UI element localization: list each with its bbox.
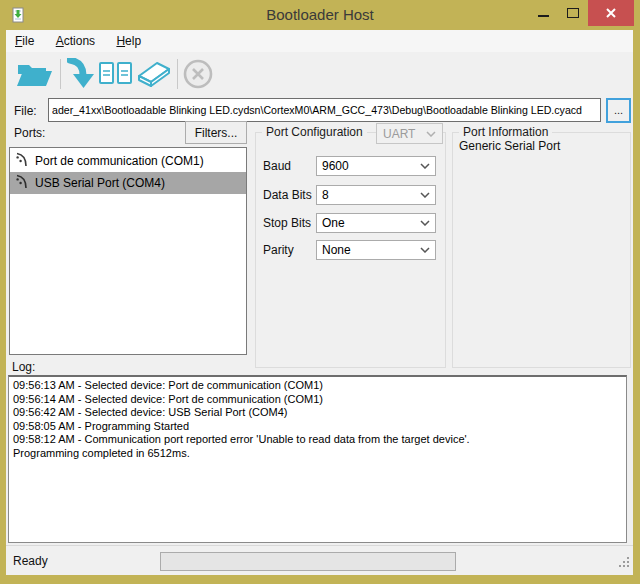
parity-value: None xyxy=(322,243,351,257)
close-button[interactable] xyxy=(588,0,634,26)
erase-button[interactable] xyxy=(135,55,173,93)
port-item-label: USB Serial Port (COM4) xyxy=(35,176,165,190)
status-bar: Ready xyxy=(6,545,633,575)
close-icon xyxy=(605,7,617,19)
port-configuration-title: Port Configuration xyxy=(262,125,367,140)
log-line: 09:58:12 AM - Communication port reporte… xyxy=(13,433,622,447)
stop-bits-value: One xyxy=(322,216,345,230)
port-information-group: Port Information Generic Serial Port xyxy=(452,132,631,368)
baud-value: 9600 xyxy=(322,159,349,173)
serial-port-icon xyxy=(15,174,28,192)
log-line: 09:56:13 AM - Selected device: Port de c… xyxy=(13,379,622,393)
toolbar-separator xyxy=(60,59,61,89)
abort-button xyxy=(180,55,216,93)
documents-icon xyxy=(98,60,134,88)
protocol-value: UART xyxy=(383,127,415,141)
data-bits-label: Data Bits xyxy=(263,185,312,205)
baud-label: Baud xyxy=(263,156,291,176)
minimize-button[interactable] xyxy=(528,0,558,26)
log-label: Log: xyxy=(12,360,35,374)
chevron-down-icon xyxy=(420,163,430,169)
maximize-icon xyxy=(567,8,579,18)
minimize-icon xyxy=(538,15,549,17)
client-area: File Actions Help xyxy=(6,30,633,575)
chevron-down-icon xyxy=(420,247,430,253)
eraser-icon xyxy=(136,60,172,88)
data-bits-select[interactable]: 8 xyxy=(316,185,436,205)
log-line: 09:56:42 AM - Selected device: USB Seria… xyxy=(13,406,622,420)
open-file-button[interactable] xyxy=(10,55,58,93)
serial-port-icon xyxy=(15,152,28,170)
stop-bits-label: Stop Bits xyxy=(263,213,311,233)
stop-bits-select[interactable]: One xyxy=(316,213,436,233)
baud-select[interactable]: 9600 xyxy=(316,156,436,176)
file-path-input[interactable] xyxy=(48,98,601,122)
open-folder-icon xyxy=(15,59,53,89)
chevron-down-icon xyxy=(420,192,430,198)
port-item-label: Port de communication (COM1) xyxy=(35,154,204,168)
verify-button[interactable] xyxy=(97,55,135,93)
status-text: Ready xyxy=(13,554,48,568)
file-label: File: xyxy=(14,104,37,118)
bootloader-host-window: Bootloader Host File Actions Help xyxy=(0,0,640,584)
menu-actions[interactable]: Actions xyxy=(47,30,104,52)
menu-help[interactable]: Help xyxy=(107,30,150,52)
parity-select[interactable]: None xyxy=(316,240,436,260)
menu-file[interactable]: File xyxy=(6,30,43,52)
port-configuration-group: Port Configuration UART Baud 9600 Data B… xyxy=(255,132,446,368)
chevron-down-icon xyxy=(420,220,430,226)
titlebar[interactable]: Bootloader Host xyxy=(0,0,640,30)
chevron-down-icon xyxy=(426,131,436,137)
program-button[interactable] xyxy=(63,55,97,93)
maximize-button[interactable] xyxy=(558,0,588,26)
menubar: File Actions Help xyxy=(6,30,633,52)
filters-button[interactable]: Filters... xyxy=(185,121,247,144)
window-controls xyxy=(528,0,634,26)
log-line: 09:58:05 AM - Programming Started xyxy=(13,420,622,434)
log-line: 09:56:14 AM - Selected device: Port de c… xyxy=(13,393,622,407)
stop-circle-icon xyxy=(182,58,214,90)
resize-grip-icon[interactable] xyxy=(619,554,630,572)
port-information-title: Port Information xyxy=(459,125,552,140)
log-output[interactable]: 09:56:13 AM - Selected device: Port de c… xyxy=(8,375,627,543)
log-line: Programming completed in 6512ms. xyxy=(13,447,622,461)
toolbar-separator xyxy=(177,59,178,89)
data-bits-value: 8 xyxy=(322,188,329,202)
toolbar xyxy=(6,52,633,96)
ports-list: Port de communication (COM1) USB Serial … xyxy=(9,147,247,355)
port-information-text: Generic Serial Port xyxy=(459,139,560,153)
progress-bar xyxy=(160,552,456,571)
port-list-item-com4[interactable]: USB Serial Port (COM4) xyxy=(10,172,246,194)
protocol-select: UART xyxy=(376,123,443,144)
port-list-item-com1[interactable]: Port de communication (COM1) xyxy=(10,150,246,172)
parity-label: Parity xyxy=(263,240,294,260)
download-arrow-icon xyxy=(67,58,94,90)
browse-button[interactable]: ... xyxy=(606,98,631,123)
ports-label: Ports: xyxy=(14,126,45,140)
